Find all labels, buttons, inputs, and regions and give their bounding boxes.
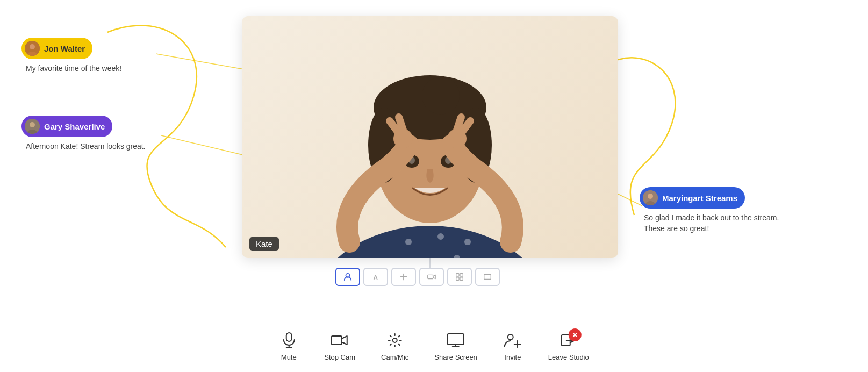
mary-name-pill: Maryingart Streams bbox=[640, 187, 745, 209]
jon-name: Jon Walter bbox=[44, 44, 85, 53]
stop-cam-label: Stop Cam bbox=[324, 353, 355, 361]
svg-rect-35 bbox=[460, 274, 463, 276]
invite-button[interactable]: Invite bbox=[503, 331, 522, 361]
svg-rect-33 bbox=[428, 275, 433, 278]
share-screen-label: Share Screen bbox=[434, 353, 477, 361]
person-strip-icon bbox=[343, 272, 353, 282]
share-screen-button[interactable]: Share Screen bbox=[434, 331, 477, 361]
strip-grid-btn[interactable] bbox=[447, 268, 472, 286]
camera-icon bbox=[330, 331, 349, 350]
svg-rect-39 bbox=[286, 333, 291, 341]
svg-point-58 bbox=[30, 122, 35, 127]
svg-line-20 bbox=[457, 117, 461, 130]
gary-name-pill: Gary Shaverlive bbox=[21, 116, 112, 137]
svg-rect-34 bbox=[456, 274, 459, 276]
plus-strip-icon bbox=[399, 272, 408, 282]
svg-rect-44 bbox=[448, 334, 464, 345]
leave-icon bbox=[559, 331, 578, 350]
svg-rect-38 bbox=[484, 275, 491, 280]
svg-rect-42 bbox=[332, 336, 342, 345]
svg-point-43 bbox=[393, 338, 397, 342]
chat-bubble-mary: Maryingart Streams So glad I made it bac… bbox=[640, 187, 784, 234]
leave-studio-label: Leave Studio bbox=[548, 353, 589, 361]
text-strip-icon: A bbox=[371, 272, 381, 282]
svg-text:A: A bbox=[374, 274, 378, 281]
mary-avatar bbox=[643, 190, 658, 205]
video-background bbox=[242, 16, 618, 258]
svg-point-23 bbox=[437, 233, 444, 240]
leave-studio-button[interactable]: Leave Studio bbox=[548, 331, 589, 361]
jon-name-pill: Jon Walter bbox=[21, 38, 92, 59]
person-video-svg bbox=[242, 16, 618, 258]
toolbar-strip: A bbox=[335, 268, 500, 286]
scene: Kate A bbox=[0, 0, 868, 372]
svg-point-10 bbox=[422, 77, 460, 115]
strip-rect-btn[interactable] bbox=[475, 268, 500, 286]
svg-line-17 bbox=[399, 117, 403, 130]
video-name-tag: Kate bbox=[249, 237, 279, 251]
svg-line-2 bbox=[617, 194, 642, 206]
svg-point-61 bbox=[648, 194, 653, 199]
leave-badge bbox=[569, 328, 582, 341]
mic-icon bbox=[279, 331, 298, 350]
rect-strip-icon bbox=[483, 272, 492, 282]
jon-avatar bbox=[25, 41, 40, 56]
cam-mic-button[interactable]: Cam/Mic bbox=[381, 331, 408, 361]
chat-bubble-jon: Jon Walter My favorite time of the week! bbox=[21, 38, 121, 74]
cam-mic-label: Cam/Mic bbox=[381, 353, 408, 361]
strip-plus-btn[interactable] bbox=[391, 268, 416, 286]
mary-message: So glad I made it back out to the stream… bbox=[644, 213, 784, 234]
mute-button[interactable]: Mute bbox=[279, 331, 298, 361]
svg-line-0 bbox=[156, 54, 247, 70]
jon-message: My favorite time of the week! bbox=[26, 63, 121, 74]
mary-name: Maryingart Streams bbox=[662, 194, 737, 203]
chat-bubble-gary: Gary Shaverlive Afternoon Kate! Stream l… bbox=[21, 116, 146, 152]
gary-message: Afternoon Kate! Stream looks great. bbox=[26, 141, 146, 152]
mute-label: Mute bbox=[281, 353, 297, 361]
person-add-icon bbox=[503, 331, 522, 350]
bottom-controls: Mute Stop Cam Cam/Mic bbox=[279, 331, 589, 361]
svg-point-47 bbox=[508, 334, 513, 340]
stop-cam-button[interactable]: Stop Cam bbox=[324, 331, 355, 361]
grid-strip-icon bbox=[455, 272, 464, 282]
invite-label: Invite bbox=[504, 353, 521, 361]
strip-text-btn[interactable]: A bbox=[363, 268, 388, 286]
svg-point-21 bbox=[405, 239, 412, 245]
video-strip-icon bbox=[427, 272, 436, 282]
svg-point-28 bbox=[464, 239, 471, 245]
video-area: Kate bbox=[242, 16, 618, 258]
strip-video-btn[interactable] bbox=[419, 268, 444, 286]
gary-name: Gary Shaverlive bbox=[44, 122, 105, 131]
monitor-icon bbox=[446, 331, 465, 350]
svg-point-55 bbox=[30, 44, 35, 49]
settings-icon bbox=[385, 331, 405, 350]
strip-person-btn[interactable] bbox=[335, 268, 360, 286]
svg-line-1 bbox=[161, 135, 247, 156]
svg-rect-36 bbox=[456, 277, 459, 280]
svg-rect-37 bbox=[460, 277, 463, 280]
gary-avatar bbox=[25, 119, 40, 134]
